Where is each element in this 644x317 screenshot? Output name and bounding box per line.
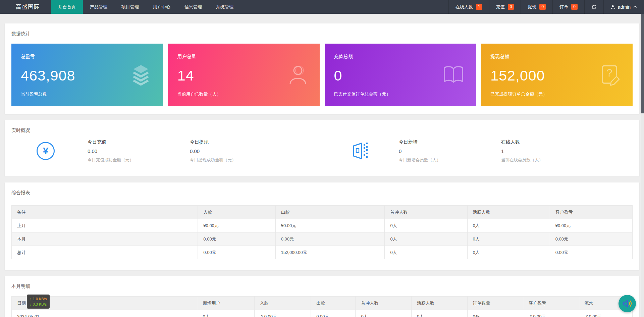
cell: 上月 — [12, 219, 198, 232]
col-first-charge: 首冲人数 — [385, 206, 467, 219]
card-total-users: 用户总量 14 当前用户总数量（人） — [168, 44, 320, 106]
network-speed-badge: ↑ 1.0 KB/s ↓ 0.3 KB/s — [27, 295, 50, 309]
cell-date: 2024-05-01 — [12, 310, 197, 317]
detail-section-title: 本月明细 — [11, 283, 633, 289]
card-caption: 当前盈亏总数 — [21, 91, 154, 97]
item-caption: 今日新增会员数（人） — [399, 157, 501, 163]
orders-badge: 0 — [571, 4, 578, 10]
main-nav: 后台首页 产品管理 项目管理 用户中心 信息管理 系统管理 — [51, 0, 240, 14]
page-scrollbar[interactable] — [641, 14, 644, 317]
realtime-item-withdraw: 今日提现 0.00 今日提现成功金额（元） — [190, 139, 292, 163]
card-title: 充值总额 — [334, 54, 467, 60]
card-total-profit: 总盈亏 463,908 当前盈亏总数 — [11, 44, 163, 106]
yen-circle-icon: ¥ — [37, 142, 55, 160]
top-nav-bar: 高盛国际 后台首页 产品管理 项目管理 用户中心 信息管理 系统管理 在线人数 … — [0, 0, 644, 14]
realtime-row: ¥ 今日充值 0.00 今日充值成功金额（元） 今日提现 0.00 今日提现成功… — [11, 139, 633, 163]
item-value: 0.00 — [88, 148, 190, 154]
stats-section-title: 数据统计 — [11, 31, 633, 37]
realtime-item-recharge: 今日充值 0.00 今日充值成功金额（元） — [88, 139, 190, 163]
speaker-icon — [622, 299, 632, 309]
cell: 0人 — [385, 232, 467, 246]
nav-item-system[interactable]: 系统管理 — [209, 0, 240, 14]
table-row: 总计 0.00元 152,000.00元 0人 0人 0.00元 — [12, 246, 633, 259]
cell: 0人 — [385, 246, 467, 259]
card-total-recharge: 充值总额 0 已支付充值订单总金额（元） — [325, 44, 476, 106]
recharge-stat[interactable]: 充值 0 — [489, 0, 521, 14]
card-title: 提现总额 — [490, 54, 623, 60]
recharge-label: 充值 — [496, 4, 505, 10]
cell: 0.00元 — [275, 232, 385, 246]
table-row: 上月 ¥0.00元 ¥0.00元 0人 0人 ¥0.00元 — [12, 219, 633, 232]
nav-item-messages[interactable]: 信息管理 — [177, 0, 209, 14]
main-content: 数据统计 总盈亏 463,908 当前盈亏总数 用户总量 14 — [0, 14, 644, 317]
file-edit-icon: ? — [600, 64, 621, 86]
refresh-button[interactable] — [584, 0, 603, 14]
brand-logo: 高盛国际 — [0, 0, 51, 14]
realtime-item-new-members: 今日新增 0 今日新增会员数（人） — [399, 139, 501, 163]
cell: 0人 — [356, 310, 412, 317]
orders-label: 订单 — [559, 4, 568, 10]
item-value: 0 — [399, 148, 501, 154]
stat-cards-row: 总盈亏 463,908 当前盈亏总数 用户总量 14 当前用户总数量（人） — [11, 44, 633, 106]
table-row: 本月 0.00元 0.00元 0人 0人 0.00元 — [12, 232, 633, 246]
realtime-item-online: 在线人数 1 当前在线会员数（人） — [501, 139, 602, 163]
layers-icon — [130, 64, 152, 86]
svg-text:?: ? — [606, 67, 612, 79]
report-section-title: 综合报表 — [11, 190, 633, 196]
col-new-users: 新增用户 — [197, 297, 254, 310]
sound-fab-button[interactable] — [619, 295, 636, 312]
cell: 0人 — [467, 232, 550, 246]
cell: 152,000.00元 — [275, 246, 385, 259]
col-order-count: 订单数量 — [467, 297, 523, 310]
cell: ¥0.00元 — [198, 219, 275, 232]
col-payout: 出款 — [311, 297, 356, 310]
realtime-section-title: 实时概况 — [11, 127, 633, 134]
chevron-up-icon — [633, 5, 637, 9]
cell: 0人 — [467, 219, 550, 232]
nav-item-projects[interactable]: 项目管理 — [114, 0, 146, 14]
item-value: 1 — [501, 148, 602, 154]
month-detail-table: 日期 新增用户 入款 出款 首冲人数 活跃人数 订单数量 客户盈亏 流水 — [11, 296, 633, 317]
item-label: 今日提现 — [190, 139, 292, 145]
online-users-badge: 1 — [476, 4, 482, 10]
cell: 0人 — [385, 219, 467, 232]
cell: 0.00元 — [550, 232, 632, 246]
col-note: 备注 — [12, 206, 198, 219]
cell: 0人 — [467, 246, 550, 259]
user-avatar-icon — [610, 4, 616, 10]
cell: 0.00元 — [198, 232, 275, 246]
upload-speed: ↑ 1.0 KB/s — [30, 296, 47, 302]
cell: ¥0.00元 — [275, 219, 385, 232]
realtime-panel: 实时概况 ¥ 今日充值 0.00 今日充值成功金额（元） 今日提现 0.00 今… — [5, 120, 639, 176]
col-active-users: 活跃人数 — [412, 297, 468, 310]
cell: 本月 — [12, 232, 198, 246]
user-menu[interactable]: admin — [603, 0, 644, 14]
scrollbar-thumb[interactable] — [641, 14, 644, 113]
item-caption: 当前在线会员数（人） — [501, 157, 602, 163]
cell: ¥0.00元 — [550, 219, 632, 232]
cell: 0.00元 — [311, 310, 356, 317]
online-users-stat[interactable]: 在线人数 1 — [448, 0, 489, 14]
item-caption: 今日充值成功金额（元） — [88, 157, 190, 163]
item-caption: 今日提现成功金额（元） — [190, 157, 292, 163]
nav-item-users[interactable]: 用户中心 — [146, 0, 177, 14]
col-customer-pl: 客户盈亏 — [523, 297, 579, 310]
item-value: 0.00 — [190, 148, 292, 154]
col-active-users: 活跃人数 — [467, 206, 550, 219]
refresh-icon — [591, 4, 597, 10]
item-label: 今日充值 — [88, 139, 190, 145]
cell: 0.00元 — [550, 246, 632, 259]
stats-panel: 数据统计 总盈亏 463,908 当前盈亏总数 用户总量 14 — [5, 23, 639, 114]
cell: 0人 — [197, 310, 254, 317]
nav-item-dashboard[interactable]: 后台首页 — [51, 0, 83, 14]
withdraw-label: 提现 — [528, 4, 536, 10]
cell: ￥0.00元 — [523, 310, 579, 317]
table-row: 2024-05-01 0人 ￥0.00元 0.00元 0人 0人 0条 ￥0.0… — [12, 310, 633, 317]
nav-item-products[interactable]: 产品管理 — [83, 0, 114, 14]
withdraw-stat[interactable]: 提现 0 — [521, 0, 552, 14]
username: admin — [618, 4, 631, 10]
orders-stat[interactable]: 订单 0 — [552, 0, 584, 14]
card-title: 总盈亏 — [21, 54, 154, 60]
col-deposit: 入款 — [254, 297, 311, 310]
report-header-row: 备注 入款 出款 首冲人数 活跃人数 客户盈亏 — [12, 206, 633, 219]
